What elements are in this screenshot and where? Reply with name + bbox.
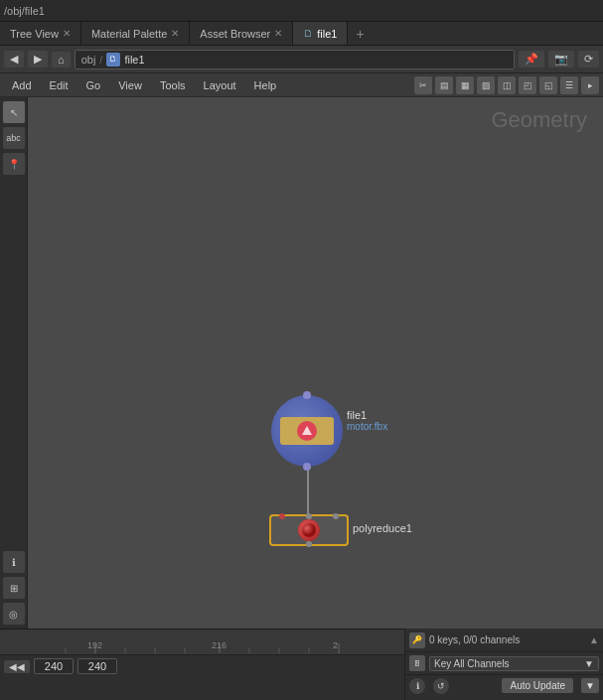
tab-label: Material Palette — [91, 28, 167, 40]
pin-button[interactable]: 📌 — [519, 51, 544, 68]
menu-tools[interactable]: Tools — [152, 77, 194, 93]
toolbar-split3-icon[interactable]: ◱ — [539, 76, 557, 94]
toolbar-grid1-icon[interactable]: ▤ — [435, 76, 453, 94]
auto-update-button[interactable]: Auto Update — [502, 678, 573, 693]
frame-start-display[interactable]: 240 — [34, 658, 74, 674]
tab-asset-browser[interactable]: Asset Browser ✕ — [190, 22, 293, 45]
toolbar-cut-icon[interactable]: ✂ — [414, 76, 432, 94]
toolbar-list-icon[interactable]: ☰ — [560, 76, 578, 94]
tab-label: Asset Browser — [200, 28, 270, 40]
toolbar-grid2-icon[interactable]: ▦ — [456, 76, 474, 94]
tab-tree-view[interactable]: Tree View ✕ — [0, 22, 81, 45]
nav-separator: / — [99, 54, 102, 66]
tab-label: file1 — [317, 28, 337, 40]
tab-bar: Tree View ✕ Material Palette ✕ Asset Bro… — [0, 22, 603, 46]
menu-layout[interactable]: Layout — [196, 77, 244, 93]
bottom-right-panel: 🔑 0 keys, 0/0 channels ▲ 🎚 Key All Chann… — [404, 629, 603, 700]
network-view[interactable]: Geometry file1 — [28, 97, 603, 629]
menu-bar: Add Edit Go View Tools Layout Help ✂ ▤ ▦… — [0, 73, 603, 97]
tab-label: Tree View — [10, 28, 59, 40]
tab-close-icon[interactable]: ✕ — [274, 28, 282, 39]
menu-go[interactable]: Go — [78, 77, 109, 93]
address-bar[interactable]: obj / 🗋 file1 — [75, 50, 515, 70]
node-polyreduce1[interactable]: polyreduce1 — [269, 514, 349, 546]
bottom-status-row: ℹ ↺ Auto Update ▼ — [405, 674, 603, 696]
nav-root-label: obj — [81, 54, 96, 66]
channel-select-row: 🎚 Key All Channels ▼ — [405, 652, 603, 674]
ruler-mark-2: 2 — [333, 640, 338, 650]
file1-sublabel: motor.fbx — [347, 421, 387, 432]
status-refresh-icon[interactable]: ↺ — [433, 678, 449, 694]
file1-node-icon — [271, 395, 343, 467]
poly-connector-mid — [306, 513, 312, 519]
file1-inner-box — [280, 417, 334, 445]
ruler-mark-192: 192 — [87, 640, 102, 650]
path-label: /obj/file1 — [4, 5, 45, 17]
keys-icon[interactable]: 🔑 — [409, 632, 425, 648]
auto-update-arrow-button[interactable]: ▼ — [581, 678, 599, 693]
menu-view[interactable]: View — [110, 77, 150, 93]
sync-button[interactable]: ⟳ — [578, 51, 599, 68]
nav-filename: file1 — [124, 54, 144, 66]
menu-edit[interactable]: Edit — [42, 77, 76, 93]
status-info-icon[interactable]: ℹ — [409, 678, 425, 694]
polyreduce1-icon — [298, 519, 320, 541]
channel-select-icon[interactable]: 🎚 — [409, 655, 425, 671]
camera-button[interactable]: 📷 — [548, 51, 574, 68]
poly-connector-red — [279, 513, 285, 519]
geometry-label: Geometry — [491, 107, 587, 133]
side-text-icon[interactable]: abc — [3, 127, 25, 149]
frame-end-display[interactable]: 240 — [77, 658, 117, 674]
top-bar: /obj/file1 — [0, 0, 603, 22]
side-pin-icon[interactable]: 📍 — [3, 153, 25, 175]
toolbar-grid3-icon[interactable]: ▨ — [477, 76, 495, 94]
node-connection-line — [307, 471, 309, 514]
nav-back-button[interactable]: ◀ — [4, 51, 24, 68]
toolbar-play-icon[interactable]: ▸ — [581, 76, 599, 94]
file1-top-connector — [303, 391, 311, 399]
add-tab-button[interactable]: + — [348, 26, 372, 42]
menu-help[interactable]: Help — [246, 77, 285, 93]
file1-logo-icon — [297, 421, 317, 441]
file1-bottom-connector — [303, 463, 311, 471]
side-grid-icon[interactable]: ⊞ — [3, 577, 25, 599]
tab-close-icon[interactable]: ✕ — [63, 28, 71, 39]
keys-channels-label: 0 keys, 0/0 channels — [429, 634, 585, 645]
tab-file1[interactable]: 🗋 file1 — [293, 22, 348, 45]
poly-connector-bottom — [306, 541, 312, 547]
tab-close-icon[interactable]: ✕ — [171, 28, 179, 39]
toolbar-split1-icon[interactable]: ◫ — [498, 76, 516, 94]
node-file1[interactable]: file1 motor.fbx — [271, 395, 343, 467]
toolbar-split2-icon[interactable]: ◰ — [519, 76, 536, 94]
side-panel: ↖ abc 📍 ℹ ⊞ ◎ — [0, 97, 28, 629]
main-area: ↖ abc 📍 ℹ ⊞ ◎ Geometry — [0, 97, 603, 629]
channel-name-label: Key All Channels — [434, 658, 510, 669]
channels-up-arrow[interactable]: ▲ — [589, 634, 599, 645]
ruler-mark-216: 216 — [212, 640, 226, 650]
svg-marker-0 — [302, 426, 312, 435]
file1-name-label: file1 — [347, 409, 387, 421]
tab-icon: 🗋 — [303, 28, 313, 39]
svg-point-1 — [302, 523, 316, 537]
poly-connector-right — [333, 513, 339, 519]
channel-select-dropdown[interactable]: Key All Channels ▼ — [429, 656, 599, 671]
side-select-icon[interactable]: ↖ — [3, 101, 25, 123]
keys-channels-row: 🔑 0 keys, 0/0 channels ▲ — [405, 629, 603, 652]
toolbar-icons: ✂ ▤ ▦ ▨ ◫ ◰ ◱ ☰ ▸ — [414, 76, 599, 94]
file-icon: 🗋 — [106, 53, 120, 67]
nav-home-button[interactable]: ⌂ — [52, 52, 71, 68]
bottom-area: 192 216 2 ◀◀ 240 240 🔑 0 keys, 0/0 chann… — [0, 629, 603, 700]
side-camera-icon[interactable]: ◎ — [3, 603, 25, 625]
nav-bar: ◀ ▶ ⌂ obj / 🗋 file1 📌 📷 ⟳ — [0, 46, 603, 73]
polyreduce1-name-label: polyreduce1 — [353, 522, 412, 534]
polyreduce1-node-box — [269, 514, 349, 546]
tab-material-palette[interactable]: Material Palette ✕ — [81, 22, 190, 45]
menu-add[interactable]: Add — [4, 77, 40, 93]
channel-dropdown-arrow: ▼ — [584, 658, 594, 669]
side-info-icon[interactable]: ℹ — [3, 551, 25, 573]
nav-forward-button[interactable]: ▶ — [28, 51, 48, 68]
prev-frame-button[interactable]: ◀◀ — [4, 660, 30, 673]
nav-right-controls: 📌 📷 ⟳ — [519, 51, 599, 68]
